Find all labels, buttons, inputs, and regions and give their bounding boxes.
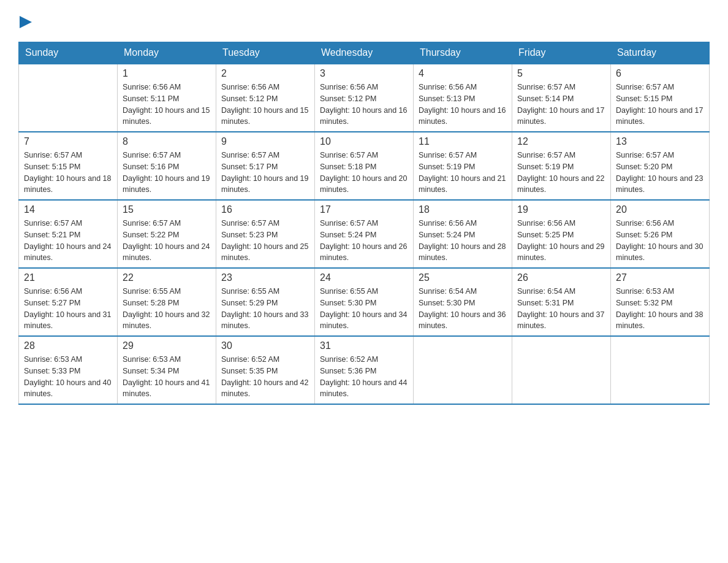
day-info: Sunrise: 6:57 AMSunset: 5:17 PMDaylight:… [221, 150, 309, 196]
calendar-table: SundayMondayTuesdayWednesdayThursdayFrid… [18, 42, 710, 405]
day-info: Sunrise: 6:54 AMSunset: 5:31 PMDaylight:… [517, 286, 605, 332]
day-number: 26 [517, 272, 605, 283]
calendar-day-cell: 19Sunrise: 6:56 AMSunset: 5:25 PMDayligh… [512, 200, 611, 268]
day-of-week-header: Monday [118, 42, 216, 64]
day-info: Sunrise: 6:56 AMSunset: 5:27 PMDaylight:… [24, 286, 112, 332]
day-info: Sunrise: 6:53 AMSunset: 5:34 PMDaylight:… [123, 354, 211, 400]
day-of-week-header: Wednesday [315, 42, 414, 64]
day-number: 18 [419, 204, 507, 215]
calendar-day-cell: 12Sunrise: 6:57 AMSunset: 5:19 PMDayligh… [512, 132, 611, 200]
calendar-day-cell: 3Sunrise: 6:56 AMSunset: 5:12 PMDaylight… [315, 64, 414, 132]
calendar-day-cell: 20Sunrise: 6:56 AMSunset: 5:26 PMDayligh… [611, 200, 710, 268]
svg-marker-0 [20, 16, 32, 28]
calendar-day-cell: 29Sunrise: 6:53 AMSunset: 5:34 PMDayligh… [118, 336, 216, 404]
calendar-week-row: 28Sunrise: 6:53 AMSunset: 5:33 PMDayligh… [19, 336, 710, 404]
day-info: Sunrise: 6:56 AMSunset: 5:24 PMDaylight:… [419, 218, 507, 264]
calendar-day-cell: 28Sunrise: 6:53 AMSunset: 5:33 PMDayligh… [19, 336, 118, 404]
day-number: 29 [123, 340, 211, 351]
day-number: 30 [221, 340, 309, 351]
day-info: Sunrise: 6:57 AMSunset: 5:16 PMDaylight:… [123, 150, 211, 196]
day-of-week-header: Friday [512, 42, 611, 64]
day-number: 22 [123, 272, 211, 283]
day-number: 15 [123, 204, 211, 215]
day-number: 31 [320, 340, 408, 351]
day-info: Sunrise: 6:56 AMSunset: 5:26 PMDaylight:… [616, 218, 704, 264]
calendar-day-cell: 25Sunrise: 6:54 AMSunset: 5:30 PMDayligh… [414, 268, 512, 336]
calendar-week-row: 21Sunrise: 6:56 AMSunset: 5:27 PMDayligh… [19, 268, 710, 336]
day-number: 20 [616, 204, 704, 215]
day-info: Sunrise: 6:57 AMSunset: 5:15 PMDaylight:… [616, 82, 704, 128]
day-info: Sunrise: 6:52 AMSunset: 5:36 PMDaylight:… [320, 354, 408, 400]
day-info: Sunrise: 6:57 AMSunset: 5:24 PMDaylight:… [320, 218, 408, 264]
logo-triangle-icon [20, 16, 32, 28]
day-info: Sunrise: 6:56 AMSunset: 5:12 PMDaylight:… [221, 82, 309, 128]
day-number: 3 [320, 68, 408, 79]
calendar-day-cell: 11Sunrise: 6:57 AMSunset: 5:19 PMDayligh… [414, 132, 512, 200]
calendar-day-cell: 10Sunrise: 6:57 AMSunset: 5:18 PMDayligh… [315, 132, 414, 200]
day-number: 19 [517, 204, 605, 215]
day-number: 4 [419, 68, 507, 79]
calendar-day-cell: 5Sunrise: 6:57 AMSunset: 5:14 PMDaylight… [512, 64, 611, 132]
page-header [18, 15, 710, 31]
calendar-day-cell: 14Sunrise: 6:57 AMSunset: 5:21 PMDayligh… [19, 200, 118, 268]
calendar-day-cell: 15Sunrise: 6:57 AMSunset: 5:22 PMDayligh… [118, 200, 216, 268]
day-number: 14 [24, 204, 112, 215]
day-info: Sunrise: 6:57 AMSunset: 5:15 PMDaylight:… [24, 150, 112, 196]
day-info: Sunrise: 6:57 AMSunset: 5:19 PMDaylight:… [419, 150, 507, 196]
day-number: 28 [24, 340, 112, 351]
day-number: 16 [221, 204, 309, 215]
calendar-day-cell: 30Sunrise: 6:52 AMSunset: 5:35 PMDayligh… [216, 336, 315, 404]
day-number: 12 [517, 136, 605, 147]
day-of-week-header: Tuesday [216, 42, 315, 64]
day-info: Sunrise: 6:54 AMSunset: 5:30 PMDaylight:… [419, 286, 507, 332]
calendar-day-cell: 13Sunrise: 6:57 AMSunset: 5:20 PMDayligh… [611, 132, 710, 200]
day-number: 23 [221, 272, 309, 283]
day-number: 9 [221, 136, 309, 147]
calendar-day-cell: 7Sunrise: 6:57 AMSunset: 5:15 PMDaylight… [19, 132, 118, 200]
day-number: 11 [419, 136, 507, 147]
day-of-week-header: Saturday [611, 42, 710, 64]
day-number: 17 [320, 204, 408, 215]
calendar-day-cell: 18Sunrise: 6:56 AMSunset: 5:24 PMDayligh… [414, 200, 512, 268]
day-info: Sunrise: 6:55 AMSunset: 5:28 PMDaylight:… [123, 286, 211, 332]
day-number: 27 [616, 272, 704, 283]
day-number: 10 [320, 136, 408, 147]
calendar-day-cell: 26Sunrise: 6:54 AMSunset: 5:31 PMDayligh… [512, 268, 611, 336]
calendar-day-cell: 1Sunrise: 6:56 AMSunset: 5:11 PMDaylight… [118, 64, 216, 132]
logo [18, 15, 32, 31]
calendar-day-cell [512, 336, 611, 404]
day-info: Sunrise: 6:53 AMSunset: 5:32 PMDaylight:… [616, 286, 704, 332]
day-of-week-header: Sunday [19, 42, 118, 64]
day-number: 24 [320, 272, 408, 283]
calendar-body: 1Sunrise: 6:56 AMSunset: 5:11 PMDaylight… [19, 64, 710, 404]
day-info: Sunrise: 6:53 AMSunset: 5:33 PMDaylight:… [24, 354, 112, 400]
day-info: Sunrise: 6:55 AMSunset: 5:30 PMDaylight:… [320, 286, 408, 332]
day-number: 5 [517, 68, 605, 79]
calendar-day-cell: 23Sunrise: 6:55 AMSunset: 5:29 PMDayligh… [216, 268, 315, 336]
day-number: 25 [419, 272, 507, 283]
day-info: Sunrise: 6:56 AMSunset: 5:11 PMDaylight:… [123, 82, 211, 128]
day-info: Sunrise: 6:57 AMSunset: 5:20 PMDaylight:… [616, 150, 704, 196]
calendar-day-cell: 9Sunrise: 6:57 AMSunset: 5:17 PMDaylight… [216, 132, 315, 200]
calendar-week-row: 14Sunrise: 6:57 AMSunset: 5:21 PMDayligh… [19, 200, 710, 268]
day-number: 8 [123, 136, 211, 147]
calendar-day-cell: 2Sunrise: 6:56 AMSunset: 5:12 PMDaylight… [216, 64, 315, 132]
day-number: 21 [24, 272, 112, 283]
calendar-header: SundayMondayTuesdayWednesdayThursdayFrid… [19, 42, 710, 64]
calendar-week-row: 7Sunrise: 6:57 AMSunset: 5:15 PMDaylight… [19, 132, 710, 200]
day-number: 2 [221, 68, 309, 79]
calendar-day-cell: 6Sunrise: 6:57 AMSunset: 5:15 PMDaylight… [611, 64, 710, 132]
calendar-day-cell: 17Sunrise: 6:57 AMSunset: 5:24 PMDayligh… [315, 200, 414, 268]
day-info: Sunrise: 6:56 AMSunset: 5:13 PMDaylight:… [419, 82, 507, 128]
calendar-day-cell: 21Sunrise: 6:56 AMSunset: 5:27 PMDayligh… [19, 268, 118, 336]
calendar-day-cell: 22Sunrise: 6:55 AMSunset: 5:28 PMDayligh… [118, 268, 216, 336]
day-info: Sunrise: 6:57 AMSunset: 5:19 PMDaylight:… [517, 150, 605, 196]
day-number: 1 [123, 68, 211, 79]
day-number: 6 [616, 68, 704, 79]
calendar-week-row: 1Sunrise: 6:56 AMSunset: 5:11 PMDaylight… [19, 64, 710, 132]
day-info: Sunrise: 6:57 AMSunset: 5:22 PMDaylight:… [123, 218, 211, 264]
day-info: Sunrise: 6:56 AMSunset: 5:12 PMDaylight:… [320, 82, 408, 128]
day-info: Sunrise: 6:57 AMSunset: 5:23 PMDaylight:… [221, 218, 309, 264]
calendar-day-cell: 16Sunrise: 6:57 AMSunset: 5:23 PMDayligh… [216, 200, 315, 268]
day-info: Sunrise: 6:52 AMSunset: 5:35 PMDaylight:… [221, 354, 309, 400]
